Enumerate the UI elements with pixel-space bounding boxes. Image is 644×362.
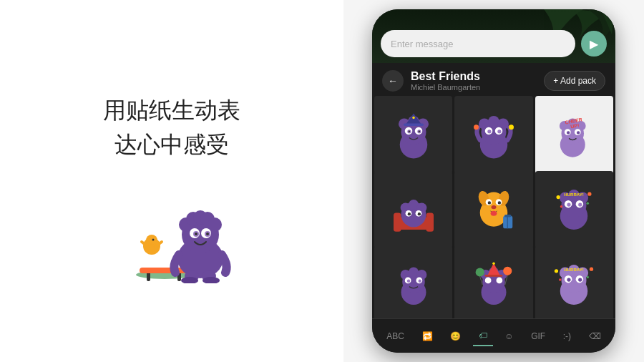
hero-sticker-svg bbox=[107, 183, 250, 283]
main-title: 用贴纸生动表 达心中感受 bbox=[103, 93, 240, 162]
svg-point-50 bbox=[509, 124, 514, 129]
face-icon: ☺ bbox=[504, 331, 513, 341]
back-button[interactable]: ← bbox=[382, 70, 404, 92]
title-line1: 用贴纸生动表 bbox=[103, 93, 240, 127]
svg-point-37 bbox=[418, 130, 420, 132]
svg-point-72 bbox=[417, 212, 420, 215]
keyboard-abc[interactable]: ABC bbox=[381, 327, 410, 346]
title-line2: 达心中感受 bbox=[103, 127, 240, 162]
sticker-8-svg bbox=[469, 260, 519, 310]
svg-point-59 bbox=[577, 131, 580, 134]
left-panel: 用贴纸生动表 达心中感受 bbox=[0, 0, 343, 362]
svg-point-93 bbox=[567, 203, 571, 207]
svg-point-80 bbox=[498, 202, 501, 205]
svg-point-130 bbox=[578, 278, 582, 281]
add-pack-button[interactable]: + Add pack bbox=[544, 71, 605, 91]
sticker-2-svg bbox=[469, 110, 519, 160]
abc-label: ABC bbox=[386, 331, 404, 341]
sticker-cell-8[interactable] bbox=[454, 245, 532, 318]
svg-point-49 bbox=[474, 124, 479, 129]
sticker-cell-6[interactable]: HURRAY! bbox=[535, 171, 613, 249]
svg-point-47 bbox=[487, 129, 491, 133]
pack-name: Best Friends bbox=[411, 70, 544, 83]
svg-point-117 bbox=[492, 262, 495, 265]
svg-point-133 bbox=[559, 278, 562, 281]
sticker-6-svg: HURRAY! bbox=[549, 185, 599, 235]
svg-point-82 bbox=[491, 211, 497, 216]
keyboard-backspace[interactable]: ⌫ bbox=[583, 327, 607, 346]
sticker-cell-1[interactable] bbox=[374, 96, 452, 174]
sticker-7-svg bbox=[389, 260, 439, 310]
svg-point-39 bbox=[412, 116, 415, 119]
svg-point-95 bbox=[557, 195, 560, 199]
backspace-icon: ⌫ bbox=[589, 331, 601, 341]
svg-point-16 bbox=[208, 217, 222, 232]
keyboard-sticker[interactable]: 🏷 bbox=[473, 326, 493, 346]
gif-label: GIF bbox=[531, 331, 545, 341]
svg-point-36 bbox=[408, 130, 410, 132]
svg-point-7 bbox=[148, 244, 155, 254]
sticker-cell-7[interactable] bbox=[374, 245, 452, 318]
emoji-icon: 😊 bbox=[450, 331, 461, 341]
sticker-cell-2[interactable] bbox=[454, 96, 532, 174]
emoticon-label: :-) bbox=[563, 331, 571, 341]
right-panel: Enter message ▶ ← Best Friends Michiel B… bbox=[343, 0, 644, 362]
send-button[interactable]: ▶ bbox=[581, 31, 607, 57]
svg-point-129 bbox=[567, 278, 571, 281]
svg-rect-64 bbox=[426, 213, 434, 232]
svg-point-108 bbox=[418, 280, 421, 283]
phone-top-bg: Enter message ▶ bbox=[372, 9, 615, 63]
sticker-cell-5[interactable] bbox=[454, 171, 532, 249]
svg-point-94 bbox=[578, 203, 582, 207]
hero-sticker bbox=[107, 183, 236, 269]
sticker-3-cheer-up-svg: CHEER UP! bbox=[549, 110, 599, 160]
send-icon: ▶ bbox=[590, 37, 598, 51]
svg-point-58 bbox=[567, 131, 570, 134]
sticker-alt-icon: 🔁 bbox=[422, 331, 433, 341]
svg-point-71 bbox=[407, 212, 410, 215]
sticker-grid: CHEER UP! bbox=[372, 96, 615, 318]
svg-point-132 bbox=[590, 268, 593, 271]
svg-point-79 bbox=[488, 202, 491, 205]
sticker-4-svg bbox=[389, 185, 439, 235]
svg-rect-63 bbox=[394, 213, 401, 232]
svg-rect-38 bbox=[404, 123, 424, 126]
svg-point-118 bbox=[476, 268, 484, 276]
sticker-1-svg bbox=[389, 110, 439, 160]
sticker-cell-9[interactable]: HURRAY! bbox=[535, 245, 613, 318]
sticker-cell-4[interactable] bbox=[374, 171, 452, 249]
svg-point-81 bbox=[491, 205, 496, 209]
svg-text:HURRAY!: HURRAY! bbox=[565, 192, 585, 197]
svg-point-96 bbox=[588, 192, 592, 196]
pack-author: Michiel Baumgarten bbox=[411, 83, 544, 92]
svg-point-119 bbox=[503, 267, 512, 275]
pack-info: Best Friends Michiel Baumgarten bbox=[411, 70, 544, 92]
sticker-9-svg: HURRAY! bbox=[549, 260, 599, 310]
sticker-5-svg bbox=[469, 185, 519, 235]
svg-point-21 bbox=[195, 233, 197, 235]
input-placeholder: Enter message bbox=[391, 39, 453, 49]
svg-rect-116 bbox=[485, 275, 503, 277]
message-input-bar: Enter message ▶ bbox=[381, 30, 607, 57]
add-pack-label: + Add pack bbox=[553, 76, 596, 86]
keyboard-emoji[interactable]: 😊 bbox=[444, 327, 467, 346]
phone-frame: Enter message ▶ ← Best Friends Michiel B… bbox=[372, 9, 615, 353]
svg-point-97 bbox=[560, 205, 563, 208]
svg-point-22 bbox=[206, 233, 209, 235]
svg-point-115 bbox=[496, 277, 502, 283]
svg-point-6 bbox=[152, 239, 155, 241]
keyboard-face[interactable]: ☺ bbox=[499, 327, 519, 346]
sticker-header: ← Best Friends Michiel Baumgarten + Add … bbox=[372, 63, 615, 96]
keyboard-emoticon[interactable]: :-) bbox=[557, 327, 577, 346]
keyboard-sticker-alt[interactable]: 🔁 bbox=[416, 327, 439, 346]
svg-text:HURRAY!: HURRAY! bbox=[565, 267, 585, 272]
keyboard-gif[interactable]: GIF bbox=[525, 327, 551, 346]
svg-point-134 bbox=[587, 276, 590, 279]
svg-point-98 bbox=[587, 202, 590, 205]
sticker-panel: ← Best Friends Michiel Baumgarten + Add … bbox=[372, 63, 615, 318]
svg-point-131 bbox=[555, 269, 558, 273]
back-icon: ← bbox=[388, 75, 398, 87]
message-input-field[interactable]: Enter message bbox=[381, 30, 575, 57]
sticker-cell-3-cheer-up[interactable]: CHEER UP! bbox=[535, 96, 613, 174]
sticker-icon: 🏷 bbox=[479, 331, 487, 341]
